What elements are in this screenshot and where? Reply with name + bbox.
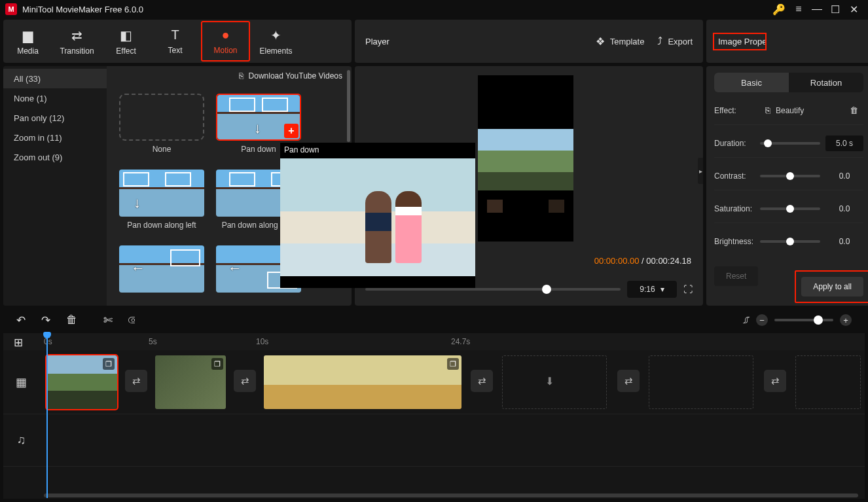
duplicate-icon[interactable]: ❐ xyxy=(211,358,223,370)
aspect-value: 9:16 xyxy=(640,285,655,294)
ruler-tick: 24.7s xyxy=(451,337,470,346)
duplicate-icon[interactable]: ❐ xyxy=(447,358,459,370)
zoom-in-button[interactable]: + xyxy=(840,314,852,326)
fullscreen-button[interactable]: ⛶ xyxy=(683,284,693,295)
clip-2[interactable]: ❐ xyxy=(155,355,226,409)
motion-pan-left[interactable]: ← xyxy=(116,245,208,306)
motion-none[interactable]: None xyxy=(116,94,208,167)
empty-clip-slot[interactable] xyxy=(649,355,753,409)
tab-rotation[interactable]: Rotation xyxy=(789,73,863,92)
transition-slot[interactable]: ⇄ xyxy=(125,370,147,392)
collapse-props-button[interactable]: ▸ xyxy=(698,158,703,184)
duration-slider[interactable] xyxy=(760,142,820,145)
zoom-slider[interactable] xyxy=(774,319,833,321)
category-zoom-in[interactable]: Zoom in (11) xyxy=(3,128,107,147)
transition-slot[interactable]: ⇄ xyxy=(234,370,256,392)
duplicate-icon[interactable]: ❐ xyxy=(103,358,115,370)
brightness-slider[interactable] xyxy=(760,240,820,243)
tab-label: Media xyxy=(17,46,39,56)
aspect-ratio-select[interactable]: 9:16▾ xyxy=(627,281,677,298)
ruler-tick: 10s xyxy=(256,337,268,346)
tab-basic[interactable]: Basic xyxy=(714,73,789,92)
tab-elements[interactable]: ✦Elements xyxy=(251,20,300,63)
saturation-value: 0.0 xyxy=(825,204,863,213)
transition-slot[interactable]: ⇄ xyxy=(617,370,640,392)
category-pan-only[interactable]: Pan only (12) xyxy=(3,108,107,128)
motion-preview-popup: Pan down xyxy=(280,143,475,288)
tab-media[interactable]: ▆Media xyxy=(3,20,52,63)
clip-1[interactable]: ❐ xyxy=(46,355,117,409)
download-icon: ⎘ xyxy=(239,71,244,81)
maximize-button[interactable]: ☐ xyxy=(826,0,844,18)
video-track-icon: ▦ xyxy=(3,350,39,414)
image-property-panel: Basic Rotation Effect: ⎘ Beautify 🗑 Dura… xyxy=(706,66,868,306)
contrast-slider[interactable] xyxy=(760,175,820,177)
timeline-area: ↶ ↷ 🗑 ✄ ⟃ ⎎ − + ⊞ 0s 5s 10s 24.7s ▦ ❐ ⇄ … xyxy=(3,307,865,499)
timeline-toolbar: ↶ ↷ 🗑 ✄ ⟃ ⎎ − + xyxy=(3,307,865,333)
category-none[interactable]: None (1) xyxy=(3,88,107,108)
main-tabs: ▆Media ⇄Transition ◧Effect TText ●Motion… xyxy=(3,20,352,63)
motion-scrollbar[interactable] xyxy=(347,70,350,142)
transition-icon: ⇄ xyxy=(71,27,82,43)
elements-icon: ✦ xyxy=(270,27,281,43)
seek-bar[interactable] xyxy=(365,288,621,291)
delete-button[interactable]: 🗑 xyxy=(66,314,77,327)
video-track: ▦ ❐ ⇄ ❐ ⇄ ❐ ⇄ ⬇ ⇄ ⇄ xyxy=(3,350,865,414)
export-button[interactable]: ⤴Export xyxy=(657,35,693,47)
zoom-out-button[interactable]: − xyxy=(756,314,768,326)
tab-effect[interactable]: ◧Effect xyxy=(101,20,151,63)
key-icon[interactable]: 🔑 xyxy=(770,0,788,18)
menu-icon[interactable]: ≡ xyxy=(789,0,808,18)
reset-button[interactable]: Reset xyxy=(714,266,758,286)
brightness-value: 0.0 xyxy=(825,237,863,246)
tab-transition[interactable]: ⇄Transition xyxy=(52,20,101,63)
undo-button[interactable]: ↶ xyxy=(16,314,26,327)
clip-3[interactable]: ❐ xyxy=(264,355,461,409)
saturation-slider[interactable] xyxy=(760,207,820,210)
effect-label: Effect: xyxy=(714,106,765,115)
saturation-label: Saturation: xyxy=(714,204,755,213)
title-bar: M MiniTool MovieMaker Free 6.0.0 🔑 ≡ — ☐… xyxy=(0,0,868,18)
category-list: All (33) None (1) Pan only (12) Zoom in … xyxy=(3,66,107,306)
transition-slot[interactable]: ⇄ xyxy=(764,370,786,392)
template-button[interactable]: ❖Template xyxy=(596,35,645,48)
empty-clip-slot[interactable] xyxy=(502,355,607,409)
timeline-tracks: ▦ ❐ ⇄ ❐ ⇄ ❐ ⇄ ⬇ ⇄ ⇄ ♫ xyxy=(3,350,865,499)
effect-value: Beautify xyxy=(776,106,850,115)
duration-value[interactable]: 5.0 s xyxy=(825,135,863,151)
trash-icon[interactable]: 🗑 xyxy=(850,105,858,115)
preview-viewport[interactable] xyxy=(478,75,573,242)
time-total: 00:00:24.18 xyxy=(646,256,691,266)
time-ruler[interactable]: ⊞ 0s 5s 10s 24.7s xyxy=(3,333,865,350)
motion-label: Pan down along left xyxy=(127,221,196,230)
crop-button[interactable]: ⟃ xyxy=(128,314,135,327)
ruler-tick: 0s xyxy=(44,337,52,346)
folder-icon: ▆ xyxy=(23,27,33,43)
apply-to-all-button[interactable]: Apply to all xyxy=(801,277,863,296)
add-media-icon[interactable]: ⬇ xyxy=(545,375,554,387)
timeline-scrollbar[interactable] xyxy=(44,493,858,497)
tab-motion[interactable]: ●Motion xyxy=(201,21,250,62)
copy-icon[interactable]: ⎘ xyxy=(765,105,770,115)
empty-clip-slot[interactable] xyxy=(795,355,861,409)
contrast-value: 0.0 xyxy=(825,171,863,181)
category-all[interactable]: All (33) xyxy=(3,69,107,88)
audio-track-icon: ♫ xyxy=(3,414,39,466)
time-current: 00:00:00.00 xyxy=(594,256,640,266)
tab-text[interactable]: TText xyxy=(151,20,200,63)
category-zoom-out[interactable]: Zoom out (9) xyxy=(3,147,107,167)
motion-pan-down-left[interactable]: ↓ Pan down along left xyxy=(116,170,208,243)
minimize-button[interactable]: — xyxy=(808,0,826,18)
fit-timeline-button[interactable]: ⎎ xyxy=(743,314,750,327)
tab-label: Effect xyxy=(116,46,136,56)
player-header: Player ❖Template ⤴Export xyxy=(355,20,703,63)
close-button[interactable]: ✕ xyxy=(844,0,863,18)
add-track-button[interactable]: ⊞ xyxy=(14,336,23,350)
motion-icon: ● xyxy=(221,27,229,43)
playhead[interactable] xyxy=(46,333,48,498)
motion-label: Pan down xyxy=(241,145,276,154)
download-youtube-link[interactable]: ⎘ Download YouTube Videos xyxy=(107,66,352,86)
split-button[interactable]: ✄ xyxy=(103,314,113,327)
redo-button[interactable]: ↷ xyxy=(41,314,50,327)
transition-slot[interactable]: ⇄ xyxy=(471,370,493,392)
